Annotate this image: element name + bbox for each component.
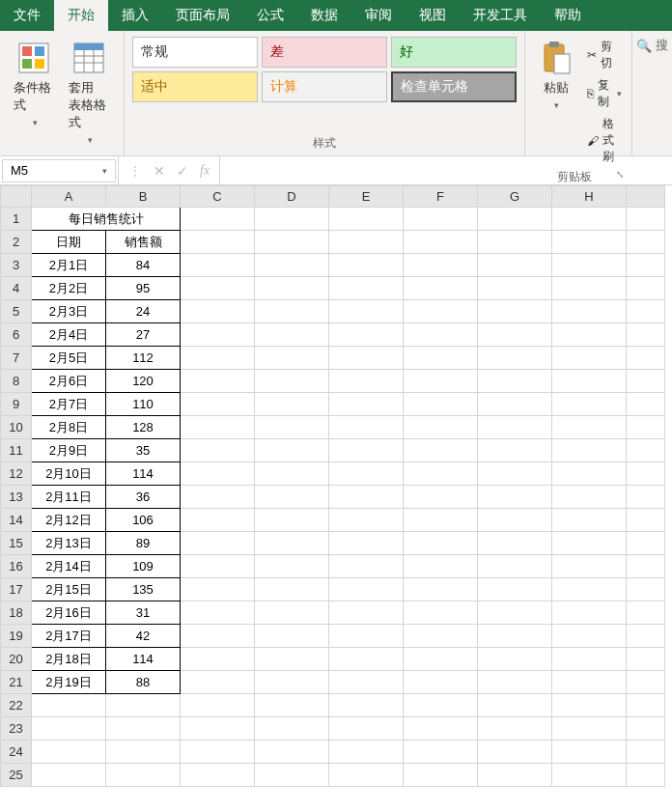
- cell-E11[interactable]: [329, 439, 404, 462]
- row-header-24[interactable]: 24: [1, 741, 32, 764]
- cell-E16[interactable]: [329, 555, 404, 578]
- search-icon[interactable]: 🔍: [636, 39, 652, 53]
- cell-H25[interactable]: [552, 764, 627, 787]
- cell-E5[interactable]: [329, 300, 404, 323]
- cell-F22[interactable]: [404, 694, 478, 717]
- cell-B18[interactable]: 31: [106, 601, 181, 625]
- paste-button[interactable]: 粘贴 ▾: [533, 37, 579, 167]
- cell-A21[interactable]: 2月19日: [32, 671, 106, 694]
- row-header-9[interactable]: 9: [1, 393, 32, 416]
- cell-H1[interactable]: [552, 208, 627, 231]
- cell-F25[interactable]: [404, 764, 478, 787]
- cell-D19[interactable]: [255, 625, 329, 648]
- cell-D21[interactable]: [255, 671, 329, 694]
- row-header-10[interactable]: 10: [1, 416, 32, 439]
- cell-C1[interactable]: [181, 208, 255, 231]
- cell-G12[interactable]: [478, 462, 552, 486]
- cell-E23[interactable]: [329, 717, 404, 741]
- tab-developer[interactable]: 开发工具: [460, 0, 541, 31]
- cell-C9[interactable]: [181, 393, 255, 416]
- cell-G11[interactable]: [478, 439, 552, 462]
- cell-B16[interactable]: 109: [106, 555, 181, 578]
- col-header-F[interactable]: F: [404, 186, 478, 208]
- cell-D11[interactable]: [255, 439, 329, 462]
- cell-A13[interactable]: 2月11日: [32, 486, 106, 509]
- cell-E6[interactable]: [329, 323, 404, 347]
- cell-F18[interactable]: [404, 601, 478, 625]
- cell-C20[interactable]: [181, 648, 255, 671]
- cell-F13[interactable]: [404, 486, 478, 509]
- enter-icon[interactable]: ✓: [177, 163, 188, 179]
- row-header-4[interactable]: 4: [1, 277, 32, 300]
- cell-E22[interactable]: [329, 694, 404, 717]
- row-header-2[interactable]: 2: [1, 231, 32, 254]
- cell-F10[interactable]: [404, 416, 478, 439]
- cell-C24[interactable]: [181, 741, 255, 764]
- cell-F1[interactable]: [404, 208, 478, 231]
- cell-C25[interactable]: [181, 764, 255, 787]
- cell-G19[interactable]: [478, 625, 552, 648]
- cell-H24[interactable]: [552, 741, 627, 764]
- cell-G5[interactable]: [478, 300, 552, 323]
- cell-F4[interactable]: [404, 277, 478, 300]
- cell-A23[interactable]: [32, 717, 106, 741]
- cell-G13[interactable]: [478, 486, 552, 509]
- row-header-21[interactable]: 21: [1, 671, 32, 694]
- cell-F15[interactable]: [404, 532, 478, 555]
- cell-F20[interactable]: [404, 648, 478, 671]
- cell-C14[interactable]: [181, 509, 255, 532]
- col-header-B[interactable]: B: [106, 186, 181, 208]
- tab-file[interactable]: 文件: [0, 0, 54, 31]
- cell-B3[interactable]: 84: [106, 254, 181, 277]
- cell-D1[interactable]: [255, 208, 329, 231]
- cell-H5[interactable]: [552, 300, 627, 323]
- cancel-icon[interactable]: ✕: [154, 163, 165, 179]
- style-check[interactable]: 检查单元格: [391, 71, 517, 102]
- style-calc[interactable]: 计算: [262, 71, 387, 102]
- cell-C23[interactable]: [181, 717, 255, 741]
- cell-H22[interactable]: [552, 694, 627, 717]
- cell-B21[interactable]: 88: [106, 671, 181, 694]
- cell-G24[interactable]: [478, 741, 552, 764]
- cell-A19[interactable]: 2月17日: [32, 625, 106, 648]
- cell-A10[interactable]: 2月8日: [32, 416, 106, 439]
- cell-B25[interactable]: [106, 764, 181, 787]
- cell-E14[interactable]: [329, 509, 404, 532]
- cell-A25[interactable]: [32, 764, 106, 787]
- cell-H16[interactable]: [552, 555, 627, 578]
- style-good[interactable]: 好: [391, 37, 517, 68]
- cell-C8[interactable]: [181, 370, 255, 393]
- table-format-button[interactable]: 套用 表格格式 ▾: [63, 37, 116, 149]
- row-header-22[interactable]: 22: [1, 694, 32, 717]
- chevron-down-icon[interactable]: ▾: [102, 166, 107, 176]
- cell-G23[interactable]: [478, 717, 552, 741]
- cell-C12[interactable]: [181, 462, 255, 486]
- style-moderate[interactable]: 适中: [132, 71, 258, 102]
- cell-E1[interactable]: [329, 208, 404, 231]
- cell-A2[interactable]: 日期: [32, 231, 106, 254]
- cell-A17[interactable]: 2月15日: [32, 578, 106, 601]
- cell-H9[interactable]: [552, 393, 627, 416]
- tab-view[interactable]: 视图: [406, 0, 460, 31]
- cell-B7[interactable]: 112: [106, 347, 181, 370]
- cell-H21[interactable]: [552, 671, 627, 694]
- cell-F21[interactable]: [404, 671, 478, 694]
- cell-D20[interactable]: [255, 648, 329, 671]
- cell-A6[interactable]: 2月4日: [32, 323, 106, 347]
- cell-G6[interactable]: [478, 323, 552, 347]
- cell-G18[interactable]: [478, 601, 552, 625]
- cell-D16[interactable]: [255, 555, 329, 578]
- cell-B8[interactable]: 120: [106, 370, 181, 393]
- cell-C5[interactable]: [181, 300, 255, 323]
- fx-icon[interactable]: fx: [200, 163, 210, 179]
- cell-styles-gallery[interactable]: 常规 差 好 适中 计算 检查单元格: [132, 37, 517, 102]
- cell-A18[interactable]: 2月16日: [32, 601, 106, 625]
- cell-H23[interactable]: [552, 717, 627, 741]
- cell-A12[interactable]: 2月10日: [32, 462, 106, 486]
- cell-G9[interactable]: [478, 393, 552, 416]
- formula-input[interactable]: [219, 156, 672, 184]
- cell-H3[interactable]: [552, 254, 627, 277]
- cell-H2[interactable]: [552, 231, 627, 254]
- cell-G3[interactable]: [478, 254, 552, 277]
- cell-G14[interactable]: [478, 509, 552, 532]
